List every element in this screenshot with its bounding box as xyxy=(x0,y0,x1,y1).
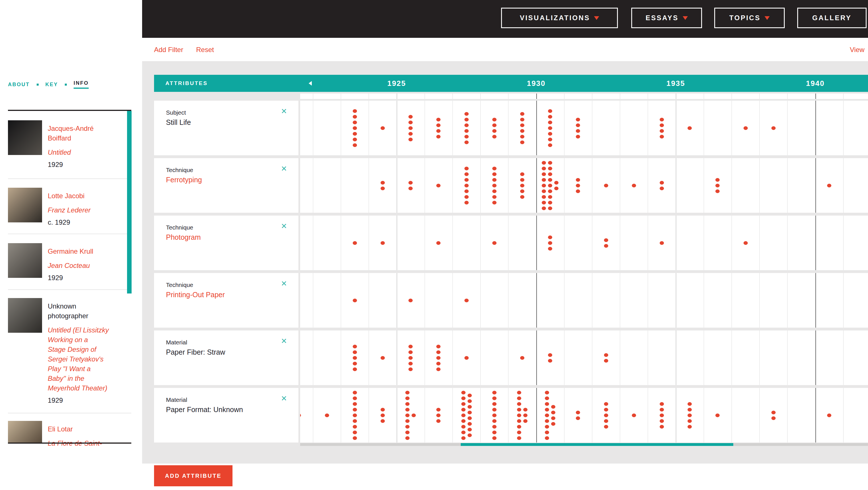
photo-dot[interactable] xyxy=(548,143,552,147)
photo-dot[interactable] xyxy=(542,172,546,176)
tab-info[interactable]: INFO xyxy=(73,80,89,89)
dot-stack-ferrotyping-1934[interactable] xyxy=(660,158,664,213)
photo-title-line[interactable]: Play "I Want a xyxy=(48,364,131,374)
photo-dot[interactable] xyxy=(353,138,357,141)
photo-dot[interactable] xyxy=(542,161,546,165)
photo-dot[interactable] xyxy=(660,419,664,423)
reset-link[interactable]: Reset xyxy=(196,46,214,54)
photo-dot[interactable] xyxy=(408,132,413,136)
dot-stack-printing-out-paper-1923[interactable] xyxy=(353,273,357,327)
photo-artist-line[interactable]: Boiffard xyxy=(48,134,131,143)
attribute-value[interactable]: Photogram xyxy=(166,233,200,241)
dot-stack-ferrotyping-1924[interactable] xyxy=(380,158,385,213)
dot-stack-printing-out-paper-1927[interactable] xyxy=(464,273,469,327)
photo-dot[interactable] xyxy=(576,118,580,121)
photo-dot[interactable] xyxy=(827,413,831,417)
photo-dot[interactable] xyxy=(492,123,497,127)
photo-dot[interactable] xyxy=(408,356,413,360)
photo-dot[interactable] xyxy=(353,362,357,366)
photo-dot[interactable] xyxy=(545,425,549,429)
photo-title-line[interactable]: Meyerhold Theater) xyxy=(48,383,131,393)
photo-dot[interactable] xyxy=(744,126,748,130)
photo-dot[interactable] xyxy=(436,345,440,348)
dot-stack-paper-format-unknown-1929[interactable] xyxy=(523,388,528,442)
dot-stack-paper-format-unknown-1922[interactable] xyxy=(325,388,329,442)
photo-dot[interactable] xyxy=(687,413,692,417)
photo-dot[interactable] xyxy=(548,109,552,113)
photo-dot[interactable] xyxy=(576,129,580,133)
photo-dot[interactable] xyxy=(554,181,558,184)
photo-dot[interactable] xyxy=(468,405,472,409)
dot-stack-paper-format-unknown-1928[interactable] xyxy=(492,388,497,442)
photo-dot[interactable] xyxy=(576,178,580,182)
photo-dot[interactable] xyxy=(771,411,776,414)
photo-dot[interactable] xyxy=(545,397,549,400)
photo-dot[interactable] xyxy=(461,413,466,417)
attribute-value[interactable]: Ferrotyping xyxy=(166,176,202,184)
dot-stack-paper-format-unknown-1934[interactable] xyxy=(660,388,664,442)
dot-stack-still-life-1927[interactable] xyxy=(464,101,469,155)
photo-dot[interactable] xyxy=(468,416,472,420)
photo-dot[interactable] xyxy=(492,402,497,406)
photo-dot[interactable] xyxy=(492,118,497,121)
photo-dot[interactable] xyxy=(687,419,692,423)
photo-dot[interactable] xyxy=(461,436,466,440)
photo-dot[interactable] xyxy=(492,129,497,133)
photo-dot[interactable] xyxy=(523,408,528,411)
nav-gallery-button[interactable]: GALLERY xyxy=(797,8,867,28)
remove-attribute-icon[interactable]: ✕ xyxy=(281,108,287,115)
photo-dot[interactable] xyxy=(660,413,664,417)
photo-dot[interactable] xyxy=(632,413,636,417)
photo-dot[interactable] xyxy=(548,235,552,239)
dot-stack-paper-fiber-straw-1932[interactable] xyxy=(604,330,608,385)
photo-dot[interactable] xyxy=(542,195,546,199)
photo-dot[interactable] xyxy=(548,353,552,357)
chart-hscroll-track[interactable] xyxy=(300,443,868,446)
photo-dot[interactable] xyxy=(520,112,524,116)
photo-dot[interactable] xyxy=(353,356,357,360)
dot-stack-ferrotyping-1940[interactable] xyxy=(827,158,831,213)
photo-dot[interactable] xyxy=(353,419,357,423)
photo-dot[interactable] xyxy=(604,359,608,363)
dot-stack-paper-format-unknown-1929[interactable] xyxy=(517,388,521,442)
photo-dot[interactable] xyxy=(405,402,409,406)
photo-dot[interactable] xyxy=(353,402,357,406)
photo-dot[interactable] xyxy=(715,184,720,188)
photo-dot[interactable] xyxy=(492,178,497,182)
photo-dot[interactable] xyxy=(523,413,528,417)
photo-dot[interactable] xyxy=(660,186,664,190)
photo-dot[interactable] xyxy=(464,201,469,204)
photo-dot[interactable] xyxy=(576,416,580,420)
photo-dot[interactable] xyxy=(353,431,357,434)
photo-dot[interactable] xyxy=(492,391,497,395)
photo-dot[interactable] xyxy=(405,431,409,434)
photo-dot[interactable] xyxy=(408,345,413,348)
dot-stack-paper-format-unknown-1923[interactable] xyxy=(353,388,357,442)
photo-dot[interactable] xyxy=(548,161,552,165)
dot-stack-paper-format-unknown-1933[interactable] xyxy=(632,388,636,442)
dot-stack-still-life-1924[interactable] xyxy=(380,101,385,155)
photo-dot[interactable] xyxy=(827,184,831,188)
photo-dot[interactable] xyxy=(517,413,521,417)
photo-dot[interactable] xyxy=(468,399,472,403)
dot-stack-still-life-1926[interactable] xyxy=(436,101,440,155)
photo-dot[interactable] xyxy=(517,402,521,406)
photo-title-line[interactable]: Untitled (El Lissitzky xyxy=(48,325,131,335)
dot-stack-paper-fiber-straw-1926[interactable] xyxy=(436,330,440,385)
photo-dot[interactable] xyxy=(715,413,720,417)
photo-dot[interactable] xyxy=(542,178,546,182)
photo-dot[interactable] xyxy=(436,135,440,139)
photo-dot[interactable] xyxy=(461,402,466,406)
photo-dot[interactable] xyxy=(353,391,357,395)
photo-dot[interactable] xyxy=(405,397,409,400)
photo-dot[interactable] xyxy=(436,118,440,121)
photo-dot[interactable] xyxy=(353,126,357,130)
photo-dot[interactable] xyxy=(461,431,466,434)
photo-dot[interactable] xyxy=(548,201,552,204)
photo-dot[interactable] xyxy=(545,419,549,423)
photo-dot[interactable] xyxy=(548,115,552,119)
dot-stack-paper-fiber-straw-1924[interactable] xyxy=(380,330,385,385)
photo-dot[interactable] xyxy=(520,129,524,133)
photo-dot[interactable] xyxy=(604,402,608,406)
photo-dot[interactable] xyxy=(517,391,521,395)
